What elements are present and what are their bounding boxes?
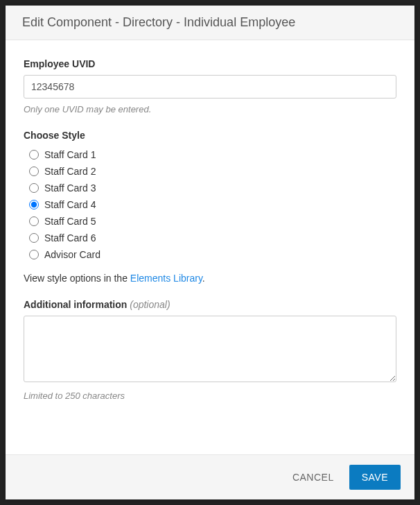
uvid-help: Only one UVID may be entered. bbox=[24, 104, 396, 114]
save-button[interactable]: SAVE bbox=[349, 465, 401, 490]
style-radio-item[interactable]: Staff Card 2 bbox=[24, 163, 396, 180]
style-radio-label: Staff Card 1 bbox=[44, 149, 96, 160]
style-radio-input[interactable] bbox=[29, 166, 39, 176]
style-radio-item[interactable]: Advisor Card bbox=[24, 246, 396, 263]
uvid-input[interactable] bbox=[24, 75, 396, 99]
uvid-label: Employee UVID bbox=[24, 58, 396, 69]
additional-help: Limited to 250 characters bbox=[24, 391, 396, 401]
style-radio-input[interactable] bbox=[29, 150, 39, 160]
style-radio-label: Staff Card 2 bbox=[44, 166, 96, 177]
style-radio-input[interactable] bbox=[29, 216, 39, 226]
edit-component-modal: Edit Component - Directory - Individual … bbox=[6, 6, 414, 499]
style-note: View style options in the Elements Libra… bbox=[24, 273, 396, 284]
style-group: Choose Style Staff Card 1Staff Card 2Sta… bbox=[24, 130, 396, 284]
additional-label-text: Additional information bbox=[24, 299, 127, 310]
style-label: Choose Style bbox=[24, 130, 396, 141]
style-radio-input[interactable] bbox=[29, 233, 39, 243]
style-radio-item[interactable]: Staff Card 6 bbox=[24, 230, 396, 246]
additional-optional: (optional) bbox=[130, 299, 170, 310]
style-note-suffix: . bbox=[202, 273, 205, 284]
style-radio-item[interactable]: Staff Card 4 bbox=[24, 196, 396, 213]
modal-header: Edit Component - Directory - Individual … bbox=[6, 6, 414, 40]
additional-textarea[interactable] bbox=[24, 316, 396, 382]
style-radio-label: Advisor Card bbox=[44, 249, 100, 260]
additional-label: Additional information (optional) bbox=[24, 299, 396, 310]
style-radio-input[interactable] bbox=[29, 200, 39, 209]
style-radio-item[interactable]: Staff Card 1 bbox=[24, 146, 396, 163]
style-radio-input[interactable] bbox=[29, 183, 39, 193]
modal-body: Employee UVID Only one UVID may be enter… bbox=[6, 40, 414, 454]
style-radio-label: Staff Card 6 bbox=[44, 232, 96, 243]
style-radio-item[interactable]: Staff Card 5 bbox=[24, 213, 396, 230]
additional-group: Additional information (optional) Limite… bbox=[24, 299, 396, 401]
style-radio-list: Staff Card 1Staff Card 2Staff Card 3Staf… bbox=[24, 146, 396, 263]
modal-footer: CANCEL SAVE bbox=[6, 454, 414, 499]
elements-library-link[interactable]: Elements Library bbox=[130, 273, 202, 284]
style-radio-label: Staff Card 3 bbox=[44, 182, 96, 194]
cancel-button[interactable]: CANCEL bbox=[290, 466, 337, 488]
style-radio-label: Staff Card 4 bbox=[44, 199, 96, 210]
style-radio-item[interactable]: Staff Card 3 bbox=[24, 180, 396, 196]
style-radio-input[interactable] bbox=[29, 250, 39, 259]
style-note-prefix: View style options in the bbox=[24, 273, 130, 284]
uvid-group: Employee UVID Only one UVID may be enter… bbox=[24, 58, 396, 114]
modal-title: Edit Component - Directory - Individual … bbox=[22, 15, 398, 30]
style-radio-label: Staff Card 5 bbox=[44, 216, 96, 227]
